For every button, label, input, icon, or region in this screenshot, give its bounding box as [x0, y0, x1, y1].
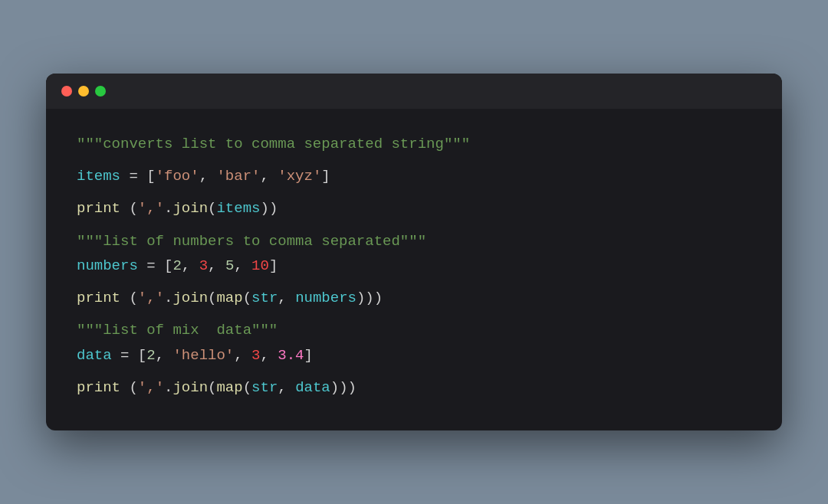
comma-6: , [278, 290, 295, 306]
code-line-5: print (','.join(items)) [77, 196, 751, 221]
paren-items: ( [208, 200, 216, 217]
fn-join-2: join [172, 290, 208, 306]
maximize-button[interactable] [95, 86, 106, 97]
docstring-3: """list of mix data""" [77, 322, 278, 339]
fn-map-2: map [216, 379, 242, 396]
paren-1: ( [120, 200, 138, 217]
comma-10: , [278, 379, 295, 396]
code-editor: """converts list to comma separated stri… [46, 109, 782, 431]
close-parens-3: ))) [330, 379, 356, 396]
str-bar: 'bar' [216, 168, 260, 185]
var-data: data [77, 347, 112, 364]
str-xyz: 'xyz' [278, 168, 321, 185]
bracket-3: ] [304, 347, 313, 364]
paren-str-1: ( [243, 290, 251, 306]
comma-9: , [260, 347, 278, 364]
title-bar [46, 74, 782, 109]
comma-1: , [199, 168, 217, 185]
str-comma-3: ',' [138, 379, 164, 396]
str-comma-1: ',' [138, 200, 164, 217]
comma-3: , [182, 257, 199, 274]
code-line-7: """list of numbers to comma separated""" [77, 229, 751, 254]
paren-map-1: ( [208, 290, 216, 306]
num-5: 5 [225, 257, 234, 274]
num-2b: 2 [146, 347, 155, 364]
code-line-15: print (','.join(map(str, data))) [77, 375, 751, 400]
docstring-2: """list of numbers to comma separated""" [77, 233, 426, 250]
close-button[interactable] [61, 86, 72, 97]
equals-3: = [ [112, 347, 147, 364]
code-line-10: print (','.join(map(str, numbers))) [77, 286, 751, 310]
dot-join-3: . [164, 379, 172, 396]
ref-str-1: str [251, 290, 278, 306]
dot-join-2: . [164, 290, 172, 306]
comma-4: , [208, 257, 225, 274]
num-2: 2 [172, 257, 181, 274]
num-10: 10 [251, 257, 269, 274]
paren-str-2: ( [243, 379, 251, 396]
equals-1: = [ [120, 168, 156, 185]
dot-join-1: . [164, 200, 172, 217]
str-foo: 'foo' [156, 168, 199, 185]
blank-2 [77, 188, 751, 196]
fn-print-2: print [77, 290, 120, 306]
code-line-12: """list of mix data""" [77, 318, 751, 342]
paren-map-2: ( [208, 379, 216, 396]
code-line-1: """converts list to comma separated stri… [77, 132, 751, 156]
comma-8: , [234, 347, 251, 364]
blank-1 [77, 156, 751, 164]
fn-print-3: print [77, 379, 120, 396]
blank-6 [77, 368, 751, 375]
minimize-button[interactable] [78, 86, 89, 97]
bracket-2: ] [269, 257, 278, 274]
fn-print-1: print [77, 200, 120, 217]
fn-join-3: join [172, 379, 208, 396]
comma-5: , [234, 257, 251, 274]
num-34: 3.4 [278, 347, 304, 364]
code-line-13: data = [2, 'hello', 3, 3.4] [77, 343, 751, 368]
close-parens-2: ))) [356, 290, 383, 306]
comma-2: , [260, 168, 278, 185]
str-comma-2: ',' [138, 290, 164, 306]
code-line-8: numbers = [2, 3, 5, 10] [77, 254, 751, 278]
blank-3 [77, 221, 751, 229]
docstring-1: """converts list to comma separated stri… [77, 136, 470, 152]
ref-numbers: numbers [295, 290, 356, 306]
str-hello: 'hello' [172, 347, 234, 364]
fn-join-1: join [172, 200, 208, 217]
fn-map-1: map [216, 290, 242, 306]
var-items: items [77, 168, 120, 185]
equals-2: = [ [138, 257, 173, 274]
comma-7: , [156, 347, 173, 364]
code-window: """converts list to comma separated stri… [46, 74, 782, 431]
ref-items: items [216, 200, 260, 217]
paren-2: ( [120, 290, 138, 306]
num-3b: 3 [251, 347, 260, 364]
close-parens-1: )) [260, 200, 278, 217]
num-3: 3 [199, 257, 208, 274]
blank-5 [77, 310, 751, 318]
code-line-3: items = ['foo', 'bar', 'xyz'] [77, 164, 751, 188]
var-numbers: numbers [77, 257, 138, 274]
ref-str-2: str [251, 379, 278, 396]
ref-data: data [295, 379, 330, 396]
blank-4 [77, 278, 751, 286]
bracket-1: ] [321, 168, 330, 185]
paren-3: ( [120, 379, 138, 396]
